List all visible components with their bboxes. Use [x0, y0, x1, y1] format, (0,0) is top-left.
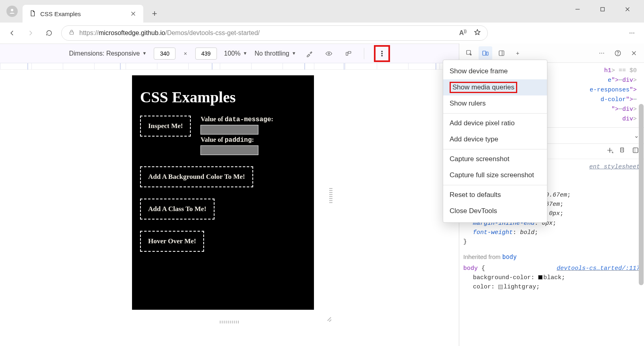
emulated-page[interactable]: CSS Examples Inspect Me! Value of data-m…: [132, 75, 314, 310]
menu-item-show-rulers[interactable]: Show rulers: [443, 95, 547, 112]
menu-item-close-devtools[interactable]: Close DevTools: [443, 203, 547, 219]
devtools-more-icon[interactable]: ⋯: [595, 46, 609, 60]
dimensions-dropdown[interactable]: Dimensions: Responsive▼: [69, 50, 147, 57]
toggle-state-icon[interactable]: [619, 147, 626, 156]
new-rule-icon[interactable]: [606, 147, 613, 156]
device-options-menu: Show device frameShow media queriesShow …: [443, 60, 547, 223]
menu-item-capture-screenshot[interactable]: Capture screenshot: [443, 151, 547, 167]
profile-avatar-icon[interactable]: [6, 6, 18, 17]
device-toggle-icon[interactable]: [479, 46, 492, 60]
svg-rect-12: [499, 51, 504, 56]
height-input[interactable]: [195, 48, 217, 60]
svg-rect-10: [483, 51, 486, 55]
new-tab-button[interactable]: +: [147, 6, 162, 21]
lock-icon: [68, 29, 75, 37]
throttling-dropdown[interactable]: No throttling▼: [254, 50, 296, 57]
title-bar: CSS Examples +: [0, 0, 644, 23]
page-heading: CSS Examples: [140, 88, 306, 106]
window-controls: [571, 3, 640, 23]
minimize-button[interactable]: [571, 3, 584, 15]
address-bar: https://microsoftedge.github.io/Demos/de…: [0, 23, 644, 44]
page-icon: [29, 10, 36, 18]
menu-item-add-device-type[interactable]: Add device type: [443, 131, 547, 147]
device-options-button[interactable]: [374, 45, 390, 62]
eyedropper-icon[interactable]: [303, 48, 316, 60]
svg-rect-15: [621, 148, 624, 152]
svg-point-6: [381, 51, 382, 52]
menu-item-show-device-frame[interactable]: Show device frame: [443, 63, 547, 79]
close-tab-button[interactable]: [130, 10, 137, 17]
device-mode-viewport: Dimensions: Responsive▼ × 100%▼ No throt…: [0, 44, 459, 346]
refresh-button[interactable]: [43, 27, 56, 39]
visibility-icon[interactable]: [323, 48, 335, 60]
device-toolbar: Dimensions: Responsive▼ × 100%▼ No throt…: [0, 44, 459, 63]
x-label: ×: [184, 50, 187, 57]
forward-button: [24, 27, 37, 39]
svg-rect-5: [348, 51, 351, 53]
value-padding-label: Value of padding:: [200, 136, 273, 144]
rotate-icon[interactable]: [342, 48, 354, 60]
svg-rect-2: [70, 32, 74, 34]
dock-side-icon[interactable]: [495, 46, 508, 60]
menu-item-reset-to-defaults[interactable]: Reset to defaults: [443, 187, 547, 203]
svg-point-7: [381, 53, 382, 54]
inspect-me-box[interactable]: Inspect Me!: [140, 116, 191, 137]
maximize-button[interactable]: [596, 3, 609, 15]
help-icon[interactable]: [611, 46, 625, 60]
favorite-icon[interactable]: [474, 29, 481, 37]
svg-point-14: [618, 54, 618, 55]
svg-point-0: [11, 9, 13, 11]
read-aloud-icon[interactable]: A)): [459, 29, 466, 37]
svg-rect-4: [346, 52, 348, 56]
svg-point-8: [381, 55, 382, 56]
menu-item-show-media-queries[interactable]: Show media queries: [443, 79, 547, 95]
close-devtools-icon[interactable]: [627, 46, 641, 60]
bg-color-box[interactable]: Add A Background Color To Me!: [140, 166, 253, 187]
scrollbar-vertical[interactable]: [638, 104, 644, 344]
resize-handle-corner[interactable]: [326, 316, 332, 322]
inspect-element-icon[interactable]: [462, 46, 476, 60]
url-input[interactable]: https://microsoftedge.github.io/Demos/de…: [61, 25, 488, 41]
value-column: Value of data-message: Value of padding:: [200, 116, 273, 155]
value-data-message-label: Value of data-message:: [200, 116, 273, 123]
add-class-box[interactable]: Add A Class To Me!: [140, 199, 215, 220]
svg-rect-11: [486, 52, 488, 55]
zoom-dropdown[interactable]: 100%▼: [224, 50, 248, 57]
tab-title: CSS Examples: [40, 10, 81, 17]
resize-handle-bottom[interactable]: [220, 321, 239, 323]
browser-tab[interactable]: CSS Examples: [23, 5, 143, 23]
svg-rect-16: [633, 148, 638, 153]
menu-item-add-device-pixel-ratio[interactable]: Add device pixel ratio: [443, 115, 547, 131]
back-button[interactable]: [6, 27, 19, 39]
hover-box[interactable]: Hover Over Me!: [140, 231, 204, 252]
close-window-button[interactable]: [621, 3, 634, 15]
add-tab-icon[interactable]: +: [511, 46, 524, 60]
width-input[interactable]: [154, 48, 175, 60]
value-data-message-input[interactable]: [200, 125, 258, 135]
value-padding-input[interactable]: [200, 145, 258, 155]
media-query-ruler: [0, 63, 459, 70]
url-text: https://microsoftedge.github.io/Demos/de…: [79, 29, 260, 37]
device-canvas: CSS Examples Inspect Me! Value of data-m…: [0, 63, 459, 346]
svg-rect-1: [601, 8, 605, 11]
menu-item-capture-full-size-screenshot[interactable]: Capture full size screenshot: [443, 167, 547, 183]
app-menu-button[interactable]: ⋯: [625, 27, 638, 39]
resize-handle-right[interactable]: [329, 188, 332, 204]
svg-point-3: [328, 53, 330, 54]
device-frame: CSS Examples Inspect Me! Value of data-m…: [132, 75, 327, 317]
